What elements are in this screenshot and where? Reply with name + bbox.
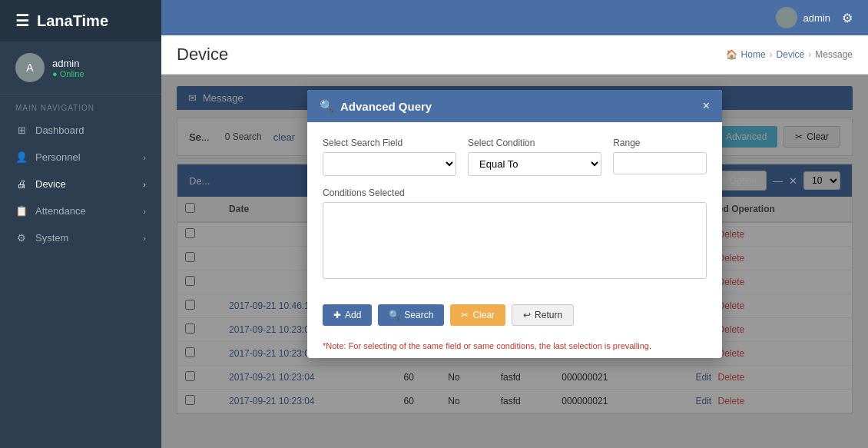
breadcrumb: 🏠 Home › Device › Message: [726, 49, 853, 60]
user-name: admin: [52, 58, 84, 69]
search-icon: 🔍: [389, 310, 400, 320]
page-header: Device 🏠 Home › Device › Message: [161, 35, 868, 75]
topbar-avatar: [776, 7, 797, 28]
range-group: Range: [613, 138, 707, 176]
form-row-fields: Select Search Field Select Condition Equ…: [323, 138, 707, 176]
user-info: admin ● Online: [52, 58, 84, 78]
app-title: LanaTime: [37, 12, 108, 30]
sidebar-item-attendance[interactable]: 📋 Attendance ›: [0, 197, 161, 224]
search-field-group: Select Search Field: [323, 138, 456, 176]
modal-search-icon: 🔍: [320, 99, 334, 113]
topbar-user: admin: [776, 7, 830, 28]
condition-label: Select Condition: [468, 138, 601, 148]
breadcrumb-current: Message: [815, 49, 853, 60]
condition-group: Select Condition Equal To Not Equal To G…: [468, 138, 601, 176]
return-button[interactable]: ↩ Return: [512, 304, 574, 326]
modal-footer: ✚ Add 🔍 Search ✂ Clear ↩ Return: [307, 297, 722, 337]
chevron-right-icon: ›: [143, 180, 146, 189]
page-content: ✉ Message Se... 0 Search clear 🔍 Search …: [161, 75, 868, 448]
chevron-right-icon: ›: [143, 207, 146, 216]
device-icon: 🖨: [15, 178, 28, 190]
return-icon: ↩: [523, 310, 531, 320]
sidebar-item-system[interactable]: ⚙ System ›: [0, 224, 161, 251]
avatar: A: [15, 53, 45, 82]
page-header-right: 🏠 Home › Device › Message: [726, 49, 853, 60]
sidebar-item-label: System: [35, 232, 68, 244]
sidebar-item-label: Device: [35, 178, 66, 190]
breadcrumb-icon: 🏠: [726, 49, 737, 60]
topbar-right: admin ⚙: [776, 7, 853, 28]
modal-search-button[interactable]: 🔍 Search: [378, 304, 444, 326]
sidebar-item-personnel[interactable]: 👤 Personnel ›: [0, 144, 161, 171]
main-content: admin ⚙ Device 🏠 Home › Device › Message…: [161, 0, 868, 448]
topbar-username: admin: [803, 12, 830, 24]
clear-icon: ✂: [461, 310, 469, 320]
conditions-selected-section: Conditions Selected: [323, 187, 707, 281]
page-title: Device: [177, 45, 228, 65]
nav-label: MAIN NAVIGATION: [0, 95, 161, 117]
add-button[interactable]: ✚ Add: [323, 304, 372, 326]
condition-select[interactable]: Equal To Not Equal To Greater Than Less …: [468, 152, 601, 176]
modal-overlay: 🔍 Advanced Query × Select Search Field: [161, 75, 868, 448]
chevron-right-icon: ›: [143, 153, 146, 162]
personnel-icon: 👤: [15, 151, 28, 163]
sidebar-logo: ☰ LanaTime: [0, 0, 161, 41]
topbar: admin ⚙: [161, 0, 868, 35]
modal-title: 🔍 Advanced Query: [320, 99, 432, 113]
conditions-textarea[interactable]: [323, 202, 707, 279]
hamburger-icon[interactable]: ☰: [15, 12, 29, 30]
modal-clear-button[interactable]: ✂ Clear: [450, 304, 505, 326]
conditions-selected-label: Conditions Selected: [323, 187, 707, 198]
sidebar: ☰ LanaTime A admin ● Online MAIN NAVIGAT…: [0, 0, 161, 448]
search-field-select[interactable]: [323, 152, 456, 176]
modal-note: *Note: For selecting of the same field o…: [307, 337, 722, 358]
chevron-right-icon: ›: [143, 234, 146, 243]
system-icon: ⚙: [15, 232, 28, 244]
sidebar-item-label: Dashboard: [35, 124, 84, 136]
breadcrumb-home[interactable]: Home: [741, 49, 766, 60]
advanced-query-modal: 🔍 Advanced Query × Select Search Field: [307, 90, 722, 358]
breadcrumb-device[interactable]: Device: [777, 49, 805, 60]
sidebar-user: A admin ● Online: [0, 41, 161, 95]
sidebar-item-device[interactable]: 🖨 Device ›: [0, 171, 161, 197]
dashboard-icon: ⊞: [15, 124, 28, 136]
attendance-icon: 📋: [15, 205, 28, 217]
range-label: Range: [613, 138, 707, 148]
search-field-label: Select Search Field: [323, 138, 456, 148]
modal-close-button[interactable]: ×: [703, 99, 710, 113]
user-status: ● Online: [52, 69, 84, 78]
modal-header: 🔍 Advanced Query ×: [307, 90, 722, 122]
sidebar-item-label: Attendance: [35, 205, 86, 217]
modal-body: Select Search Field Select Condition Equ…: [307, 122, 722, 297]
sidebar-item-label: Personnel: [35, 151, 81, 163]
range-input[interactable]: [613, 152, 707, 174]
add-icon: ✚: [333, 310, 341, 320]
sidebar-item-dashboard[interactable]: ⊞ Dashboard: [0, 117, 161, 144]
share-icon[interactable]: ⚙: [842, 11, 853, 25]
